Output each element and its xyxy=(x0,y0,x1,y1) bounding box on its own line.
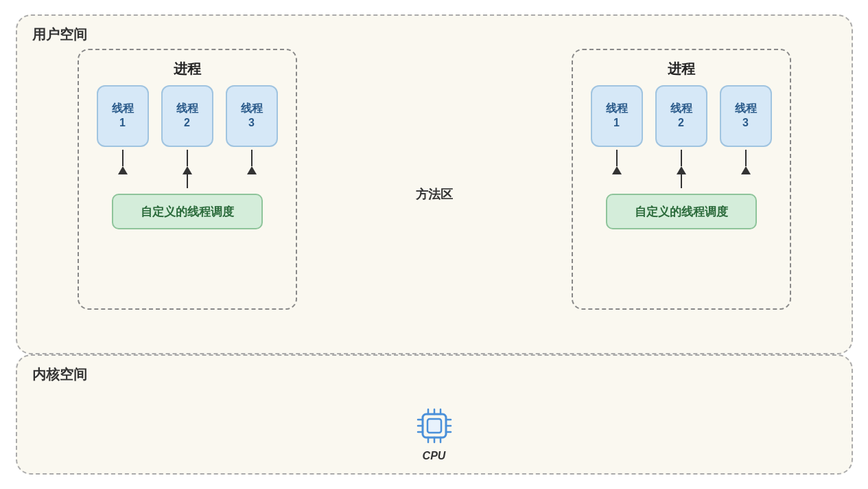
svg-rect-7 xyxy=(427,419,441,433)
process-right-label: 进程 xyxy=(573,60,790,78)
thread-right-1: 线程1 xyxy=(591,85,643,147)
user-space-label: 用户空间 xyxy=(32,25,87,44)
arrow-left-2 xyxy=(161,150,213,174)
cpu-area: CPU xyxy=(413,405,456,462)
thread-right-2: 线程2 xyxy=(655,85,707,147)
thread-left-1: 线程1 xyxy=(97,85,149,147)
arrow-right-1 xyxy=(591,150,643,174)
arrow-right-3 xyxy=(720,150,772,174)
arrow-left-1 xyxy=(97,150,149,174)
arrow-right-2 xyxy=(655,150,707,174)
arrow-left-3 xyxy=(226,150,278,174)
arrows-left xyxy=(79,150,296,174)
kernel-space-label: 内核空间 xyxy=(32,365,87,384)
scheduler-left: 自定义的线程调度 xyxy=(112,194,263,229)
method-area-label: 方法区 xyxy=(416,186,453,203)
diagram-wrapper: 用户空间 内核空间 方法区 进程 线程1 线程2 线程3 自定义的线程调度 进程… xyxy=(16,14,853,475)
arrows-right xyxy=(573,150,790,174)
process-box-left: 进程 线程1 线程2 线程3 自定义的线程调度 xyxy=(78,49,297,310)
thread-left-3: 线程3 xyxy=(226,85,278,147)
thread-right-3: 线程3 xyxy=(720,85,772,147)
scheduler-right: 自定义的线程调度 xyxy=(606,194,757,229)
cpu-label: CPU xyxy=(423,450,446,462)
cpu-icon xyxy=(413,405,456,447)
threads-row-right: 线程1 线程2 线程3 xyxy=(573,85,790,147)
threads-row-left: 线程1 线程2 线程3 xyxy=(79,85,296,147)
process-box-right: 进程 线程1 线程2 线程3 自定义的线程调度 xyxy=(572,49,791,310)
thread-left-2: 线程2 xyxy=(161,85,213,147)
process-left-label: 进程 xyxy=(79,60,296,78)
